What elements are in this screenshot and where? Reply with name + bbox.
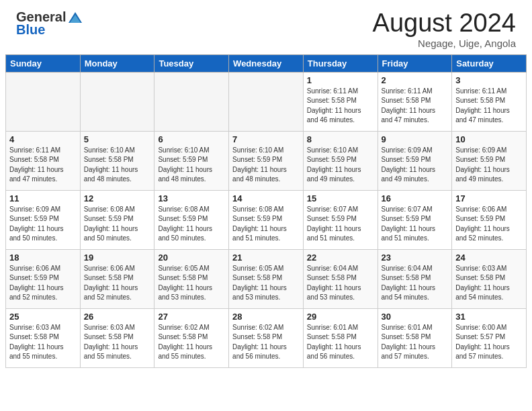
day-number: 12 [84,193,151,203]
day-number: 26 [84,312,151,322]
calendar-week-row: 4Sunrise: 6:11 AMSunset: 5:58 PMDaylight… [6,131,527,190]
calendar-day-empty [154,72,229,131]
day-number: 18 [9,253,77,263]
calendar-day-25: 25Sunrise: 6:03 AMSunset: 5:58 PMDayligh… [6,308,81,367]
day-number: 28 [232,312,300,322]
day-number: 20 [158,253,225,263]
day-info: Sunrise: 6:05 AMSunset: 5:58 PMDaylight:… [158,264,225,303]
calendar-day-12: 12Sunrise: 6:08 AMSunset: 5:59 PMDayligh… [80,190,154,249]
day-number: 30 [382,312,449,322]
calendar-day-30: 30Sunrise: 6:01 AMSunset: 5:58 PMDayligh… [378,308,452,367]
day-info: Sunrise: 6:08 AMSunset: 5:59 PMDaylight:… [232,205,300,244]
day-info: Sunrise: 6:02 AMSunset: 5:58 PMDaylight:… [158,323,225,362]
weekday-header-monday: Monday [80,54,154,72]
day-number: 31 [455,312,523,322]
day-number: 24 [455,253,523,263]
subtitle: Negage, Uige, Angola [373,38,516,49]
header: General Blue August 2024 Negage, Uige, A… [5,0,527,54]
day-number: 11 [9,193,77,203]
calendar-day-6: 6Sunrise: 6:10 AMSunset: 5:59 PMDaylight… [154,131,229,190]
weekday-header-row: SundayMondayTuesdayWednesdayThursdayFrid… [6,54,527,72]
day-info: Sunrise: 6:11 AMSunset: 5:58 PMDaylight:… [9,146,77,185]
main-title: August 2024 [373,9,516,38]
day-info: Sunrise: 6:10 AMSunset: 5:59 PMDaylight:… [307,146,374,185]
day-info: Sunrise: 6:06 AMSunset: 5:59 PMDaylight:… [455,205,523,244]
weekday-header-thursday: Thursday [303,54,378,72]
calendar-day-2: 2Sunrise: 6:11 AMSunset: 5:58 PMDaylight… [378,72,452,131]
calendar-day-11: 11Sunrise: 6:09 AMSunset: 5:59 PMDayligh… [6,190,81,249]
calendar-day-31: 31Sunrise: 6:00 AMSunset: 5:57 PMDayligh… [452,308,527,367]
day-info: Sunrise: 6:07 AMSunset: 5:59 PMDaylight:… [382,205,449,244]
calendar-day-9: 9Sunrise: 6:09 AMSunset: 5:59 PMDaylight… [378,131,452,190]
calendar-day-28: 28Sunrise: 6:02 AMSunset: 5:58 PMDayligh… [229,308,304,367]
logo-icon [67,11,83,24]
day-number: 16 [382,193,449,203]
day-info: Sunrise: 6:00 AMSunset: 5:57 PMDaylight:… [455,323,523,362]
day-number: 17 [455,193,523,203]
day-info: Sunrise: 6:01 AMSunset: 5:58 PMDaylight:… [382,323,449,362]
weekday-header-sunday: Sunday [6,54,81,72]
day-number: 14 [232,193,300,203]
day-info: Sunrise: 6:10 AMSunset: 5:59 PMDaylight:… [232,146,300,185]
calendar-day-4: 4Sunrise: 6:11 AMSunset: 5:58 PMDaylight… [6,131,81,190]
day-info: Sunrise: 6:09 AMSunset: 5:59 PMDaylight:… [9,205,77,244]
day-info: Sunrise: 6:01 AMSunset: 5:58 PMDaylight:… [307,323,374,362]
day-number: 25 [9,312,77,322]
day-number: 21 [232,253,300,263]
calendar-day-10: 10Sunrise: 6:09 AMSunset: 5:59 PMDayligh… [452,131,527,190]
logo: General Blue [16,9,85,38]
day-info: Sunrise: 6:10 AMSunset: 5:58 PMDaylight:… [84,146,151,185]
calendar-week-row: 1Sunrise: 6:11 AMSunset: 5:58 PMDaylight… [6,72,527,131]
day-info: Sunrise: 6:09 AMSunset: 5:59 PMDaylight:… [455,146,523,185]
calendar-day-24: 24Sunrise: 6:03 AMSunset: 5:58 PMDayligh… [452,249,527,308]
calendar-day-empty [6,72,81,131]
logo-blue-text: Blue [16,22,45,38]
calendar-day-19: 19Sunrise: 6:06 AMSunset: 5:58 PMDayligh… [80,249,154,308]
day-number: 5 [84,134,151,144]
day-number: 8 [307,134,374,144]
calendar-day-empty [229,72,304,131]
weekday-header-wednesday: Wednesday [229,54,304,72]
day-info: Sunrise: 6:11 AMSunset: 5:58 PMDaylight:… [382,87,449,126]
calendar-day-empty [80,72,154,131]
calendar-day-13: 13Sunrise: 6:08 AMSunset: 5:59 PMDayligh… [154,190,229,249]
day-number: 6 [158,134,225,144]
weekday-header-tuesday: Tuesday [154,54,229,72]
calendar-day-27: 27Sunrise: 6:02 AMSunset: 5:58 PMDayligh… [154,308,229,367]
day-info: Sunrise: 6:03 AMSunset: 5:58 PMDaylight:… [455,264,523,303]
calendar-day-7: 7Sunrise: 6:10 AMSunset: 5:59 PMDaylight… [229,131,304,190]
day-info: Sunrise: 6:06 AMSunset: 5:58 PMDaylight:… [84,264,151,303]
day-number: 1 [307,75,374,85]
day-info: Sunrise: 6:11 AMSunset: 5:58 PMDaylight:… [455,87,523,126]
calendar-week-row: 25Sunrise: 6:03 AMSunset: 5:58 PMDayligh… [6,308,527,367]
day-info: Sunrise: 6:09 AMSunset: 5:59 PMDaylight:… [382,146,449,185]
calendar-week-row: 18Sunrise: 6:06 AMSunset: 5:59 PMDayligh… [6,249,527,308]
day-info: Sunrise: 6:08 AMSunset: 5:59 PMDaylight:… [84,205,151,244]
day-info: Sunrise: 6:03 AMSunset: 5:58 PMDaylight:… [84,323,151,362]
day-number: 10 [455,134,523,144]
calendar-day-5: 5Sunrise: 6:10 AMSunset: 5:58 PMDaylight… [80,131,154,190]
page-wrapper: General Blue August 2024 Negage, Uige, A… [0,0,532,368]
weekday-header-saturday: Saturday [452,54,527,72]
day-number: 7 [232,134,300,144]
day-number: 3 [455,75,523,85]
day-info: Sunrise: 6:02 AMSunset: 5:58 PMDaylight:… [232,323,300,362]
weekday-header-friday: Friday [378,54,452,72]
day-number: 13 [158,193,225,203]
calendar-day-21: 21Sunrise: 6:05 AMSunset: 5:58 PMDayligh… [229,249,304,308]
calendar-day-22: 22Sunrise: 6:04 AMSunset: 5:58 PMDayligh… [303,249,378,308]
day-number: 9 [382,134,449,144]
calendar-day-15: 15Sunrise: 6:07 AMSunset: 5:59 PMDayligh… [303,190,378,249]
calendar-day-14: 14Sunrise: 6:08 AMSunset: 5:59 PMDayligh… [229,190,304,249]
calendar-day-3: 3Sunrise: 6:11 AMSunset: 5:58 PMDaylight… [452,72,527,131]
calendar-day-26: 26Sunrise: 6:03 AMSunset: 5:58 PMDayligh… [80,308,154,367]
day-info: Sunrise: 6:03 AMSunset: 5:58 PMDaylight:… [9,323,77,362]
day-info: Sunrise: 6:11 AMSunset: 5:58 PMDaylight:… [307,87,374,126]
day-number: 23 [382,253,449,263]
day-number: 27 [158,312,225,322]
day-info: Sunrise: 6:04 AMSunset: 5:58 PMDaylight:… [307,264,374,303]
calendar-day-8: 8Sunrise: 6:10 AMSunset: 5:59 PMDaylight… [303,131,378,190]
day-number: 2 [382,75,449,85]
day-info: Sunrise: 6:05 AMSunset: 5:58 PMDaylight:… [232,264,300,303]
calendar-day-17: 17Sunrise: 6:06 AMSunset: 5:59 PMDayligh… [452,190,527,249]
